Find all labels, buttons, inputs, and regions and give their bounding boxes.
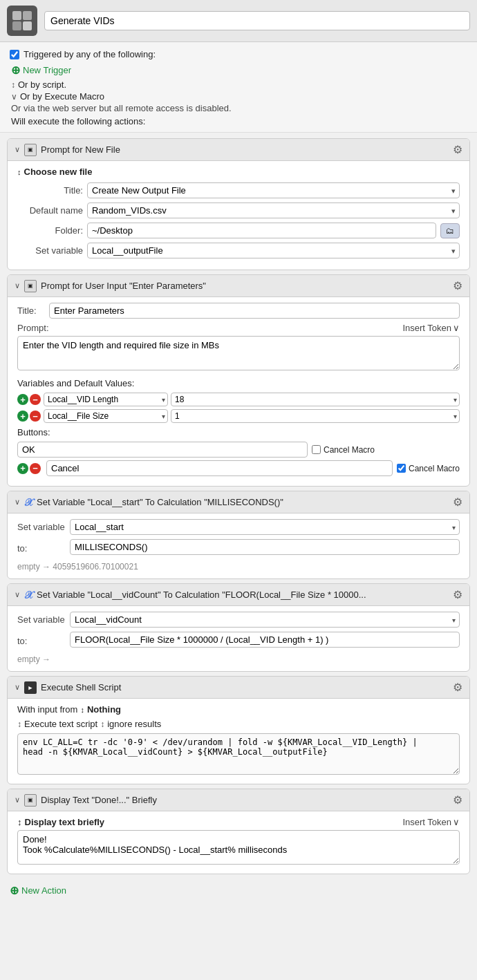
to-label-4: to: [17, 636, 66, 646]
action-card-prompt-user-input: ∨ ▣ Prompt for User Input "Enter Paramet… [7, 274, 470, 487]
collapse-arrow-4[interactable]: ∨ [15, 590, 20, 599]
variable-name-select-0[interactable]: Local__VID Length [44, 393, 168, 406]
xvar-icon-3: 𝒳 [24, 496, 32, 509]
cancel-macro-wrap-1: Cancel Macro [397, 464, 460, 473]
variable-name-select-1[interactable]: Local__File Size [44, 409, 168, 423]
execute-text-script-label: Execute text script [24, 719, 97, 729]
set-variable-select-wrapper-1: Local__outputFile [87, 243, 460, 258]
set-var-label-3: Set variable [17, 522, 66, 532]
title-select-wrapper-1: Create New Output File [87, 182, 460, 198]
svg-rect-1 [23, 11, 32, 20]
remove-variable-button-0[interactable]: − [30, 394, 41, 405]
variable-value-select-1[interactable]: 1 [171, 409, 460, 423]
or-by-script-row: ↕ Or by script. [11, 79, 467, 90]
add-variable-button-0[interactable]: + [17, 394, 28, 405]
empty-arrow-3: empty → 4059519606.70100021 [17, 562, 460, 572]
insert-token-button-1[interactable]: Insert Token ∨ [402, 323, 460, 333]
action-card-prompt-new-file: ∨ ▣ Prompt for New File ⚙ ↕ Choose new f… [7, 138, 470, 270]
button-input-0[interactable] [17, 442, 308, 458]
action-body-3: Set variable Local__start to: empty → 40… [8, 513, 469, 578]
new-trigger-label: New Trigger [23, 65, 71, 75]
user-input-title-label: Title: [17, 305, 45, 316]
action-header-2: ∨ ▣ Prompt for User Input "Enter Paramet… [8, 275, 469, 297]
cancel-macro-checkbox-0[interactable] [312, 445, 321, 454]
actions-container: ∨ ▣ Prompt for New File ⚙ ↕ Choose new f… [0, 133, 477, 880]
display-text-expand-icon: ↕ [17, 817, 22, 827]
insert-token-chevron-6: ∨ [453, 817, 460, 827]
to-row-4: to: [17, 632, 460, 650]
action-card-set-var-start: ∨ 𝒳 Set Variable "Local__start" To Calcu… [7, 491, 470, 579]
script-expand-icon: ↕ [11, 80, 15, 90]
cancel-macro-checkbox-1[interactable] [397, 464, 406, 473]
collapse-arrow-1[interactable]: ∨ [15, 145, 20, 154]
set-var-label-4: Set variable [17, 614, 66, 625]
set-variable-select-1[interactable]: Local__outputFile [87, 243, 460, 258]
variable-value-select-wrap-1: 1 [171, 409, 460, 423]
folder-input[interactable] [87, 223, 436, 238]
insert-token-label-6: Insert Token [402, 817, 451, 827]
display-text-label: Display text briefly [25, 817, 105, 827]
ignore-expand-icon: ↕ [100, 719, 104, 729]
to-row-3: to: [17, 539, 460, 558]
triggered-label: Triggered by any of the following: [24, 49, 156, 59]
set-var-select-3[interactable]: Local__start [70, 519, 460, 535]
collapse-arrow-5[interactable]: ∨ [15, 683, 20, 692]
title-select-1[interactable]: Create New Output File [87, 182, 460, 198]
set-variable-label-1: Set variable [17, 245, 83, 256]
insert-token-button-6[interactable]: Insert Token ∨ [402, 817, 460, 827]
choose-file-row: ↕ Choose new file [17, 167, 460, 177]
macro-title-input[interactable]: Generate VIDs [44, 11, 470, 30]
gear-button-5[interactable]: ⚙ [453, 681, 462, 694]
triggered-row: Triggered by any of the following: [10, 49, 467, 59]
variable-value-select-0[interactable]: 18 [171, 393, 460, 406]
collapse-arrow-2[interactable]: ∨ [15, 281, 20, 290]
or-by-script-label: Or by script. [18, 79, 66, 90]
button-input-1[interactable] [46, 460, 393, 476]
user-input-title-input[interactable] [49, 303, 460, 319]
execute-options-row: ↕ Execute text script ↕ ignore results [17, 719, 460, 729]
add-button-1[interactable]: + [17, 463, 28, 474]
variables-label: Variables and Default Values: [17, 378, 460, 388]
variable-row-1: + − Local__File Size 1 [17, 409, 460, 423]
action-body-4: Set variable Local__vidCount to: empty → [8, 606, 469, 671]
gear-button-6[interactable]: ⚙ [453, 793, 462, 807]
shell-script-textarea[interactable]: env LC_ALL=C tr -dc '0-9' < /dev/urandom… [17, 733, 460, 775]
collapse-arrow-6[interactable]: ∨ [15, 795, 20, 804]
with-input-value: Nothing [87, 704, 121, 715]
display-text-textarea[interactable]: Done! Took %Calculate%MILLISECONDS() - L… [17, 830, 460, 865]
prompt-textarea[interactable]: Enter the VID length and required file s… [17, 336, 460, 370]
new-action-plus-icon: ⊕ [10, 884, 19, 897]
default-name-select[interactable]: Random_VIDs.csv [87, 202, 460, 218]
gear-button-4[interactable]: ⚙ [453, 588, 462, 601]
action-header-5: ∨ ▶ Execute Shell Script ⚙ [8, 677, 469, 699]
empty-arrow-4: empty → [17, 654, 460, 664]
cancel-macro-wrap-0: Cancel Macro [312, 445, 375, 455]
collapse-arrow-3[interactable]: ∨ [15, 498, 20, 507]
to-input-4[interactable] [70, 632, 460, 648]
window-icon-6: ▣ [24, 794, 37, 807]
remove-variable-button-1[interactable]: − [30, 411, 41, 422]
with-input-label: With input from [17, 704, 77, 715]
gear-button-1[interactable]: ⚙ [453, 143, 462, 156]
default-name-row: Default name Random_VIDs.csv [17, 202, 460, 218]
new-trigger-button[interactable]: ⊕ New Trigger [11, 64, 467, 77]
to-input-3[interactable] [70, 539, 460, 555]
add-variable-button-1[interactable]: + [17, 411, 28, 422]
button-plus-minus-1: + − [17, 463, 41, 474]
remove-button-1[interactable]: − [30, 463, 41, 474]
set-var-select-4[interactable]: Local__vidCount [70, 612, 460, 628]
execute-expand-icon: ↕ [17, 719, 21, 729]
action-body-2: Title: Prompt: Insert Token ∨ Enter the … [8, 297, 469, 486]
with-input-row: With input from ↕ Nothing [17, 704, 460, 715]
new-action-button[interactable]: New Action [21, 885, 66, 896]
or-by-execute-macro-row: ∨ Or by Execute Macro [11, 91, 467, 102]
action-title-1: Prompt for New File [41, 144, 449, 155]
display-text-header-row: ↕ Display text briefly Insert Token ∨ [17, 817, 460, 827]
action-body-1: ↕ Choose new file Title: Create New Outp… [8, 161, 469, 270]
new-trigger-plus-icon: ⊕ [11, 64, 20, 77]
gear-button-3[interactable]: ⚙ [453, 496, 462, 509]
gear-button-2[interactable]: ⚙ [453, 279, 462, 292]
folder-browse-button[interactable]: 🗂 [440, 223, 460, 238]
insert-token-label-1: Insert Token [402, 323, 451, 333]
triggered-checkbox[interactable] [10, 50, 19, 59]
